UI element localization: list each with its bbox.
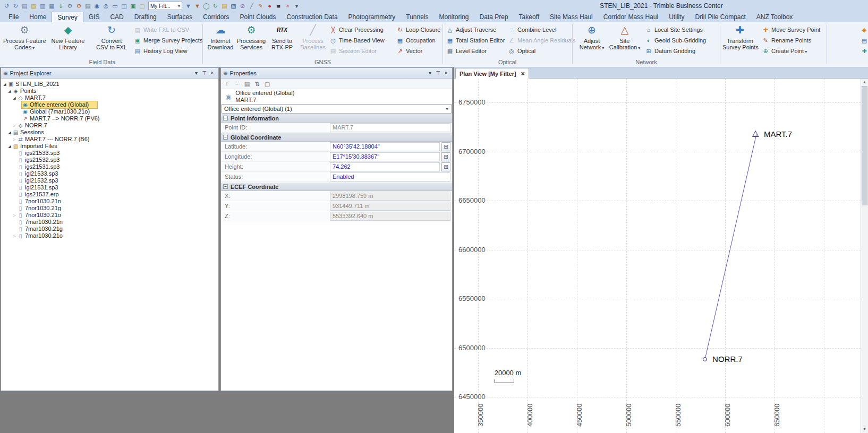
tree-item-mart-7-norr-7-b6[interactable]: ⇄MART.7 --- NORR.7 (B6) xyxy=(1,136,218,143)
clipped-ribbon-icon-1[interactable]: ◆ xyxy=(861,24,868,35)
scroll-down-button[interactable] xyxy=(861,426,868,433)
ribbon-button-vector[interactable]: ↗Vector xyxy=(396,46,440,56)
ribbon-tab-data-prep[interactable]: Data Prep xyxy=(474,12,514,22)
tree-expander-icon[interactable] xyxy=(12,122,17,129)
view-filter-icon[interactable]: ▼ xyxy=(184,2,193,10)
ribbon-tab-drill-pile-compact[interactable]: Drill Pile Compact xyxy=(690,12,751,22)
ribbon-tab-anz-toolbox[interactable]: ANZ Toolbox xyxy=(751,12,798,22)
ribbon-button-send-to-rtx-pp[interactable]: RTXSend toRTX-PP xyxy=(267,23,297,57)
section-header-point-information[interactable]: Point Information xyxy=(221,114,452,123)
tree-expander-icon[interactable] xyxy=(12,212,17,219)
tree-item-7nor1030-21g[interactable]: ▯7nor1030.21g xyxy=(1,205,218,212)
object-selector-dropdown[interactable]: Office entered (Global) (1) xyxy=(222,104,452,114)
ribbon-tab-drafting[interactable]: Drafting xyxy=(129,12,162,22)
ribbon-button-mean-angle-residuals[interactable]: ∠Mean Angle Residuals xyxy=(508,35,569,46)
ribbon-button-transform-survey-points[interactable]: ✚TransformSurvey Points xyxy=(722,23,758,57)
tree-expander-icon[interactable] xyxy=(2,81,7,88)
section-header-global-coordinate[interactable]: Global Coordinate xyxy=(221,133,452,142)
tree-item-global-7mar1030-21o[interactable]: ◉Global (7mar1030.21o) xyxy=(1,108,218,115)
zoom-out-icon[interactable]: ◎ xyxy=(101,2,110,10)
ribbon-tab-home[interactable]: Home xyxy=(24,12,52,22)
auto-hide-pin-button[interactable]: ⊤ xyxy=(200,70,208,76)
close-panel-button[interactable]: × xyxy=(208,70,216,76)
tree-item-igs21531-sp3[interactable]: ▯igs21531.sp3 xyxy=(1,163,218,170)
coordinate-options-button[interactable]: ⊞ xyxy=(441,162,450,171)
tree-item-igs21537-erp[interactable]: ▯igs21537.erp xyxy=(1,191,218,198)
tree-expander-icon[interactable] xyxy=(7,143,12,150)
auto-hide-pin-button[interactable]: ⊤ xyxy=(434,70,442,76)
tree-item-igs21533-sp3[interactable]: ▯igs21533.sp3 xyxy=(1,150,218,157)
tree-item-7nor1030-21n[interactable]: ▯7nor1030.21n xyxy=(1,198,218,205)
ribbon-tab-photogrammetry[interactable]: Photogrammetry xyxy=(343,12,401,22)
plan-canvas[interactable]: 20000 m 67500006700000665000066000006550… xyxy=(454,79,861,433)
ribbon-button-time-based-view[interactable]: ◷Time-Based View xyxy=(329,35,395,46)
flags-icon[interactable]: ▤ xyxy=(220,2,229,10)
ribbon-button-adjust-network[interactable]: ⊕AdjustNetwork xyxy=(576,23,608,57)
tree-expander-icon[interactable] xyxy=(12,94,17,101)
collapse-section-icon[interactable] xyxy=(223,135,228,140)
ribbon-button-site-calibration[interactable]: △SiteCalibration xyxy=(609,23,641,57)
ribbon-button-session-editor[interactable]: ▤Session Editor xyxy=(329,46,395,56)
save-all-icon[interactable]: ▦ xyxy=(47,2,56,10)
collapse-section-icon[interactable] xyxy=(223,184,228,189)
ribbon-button-clear-processing[interactable]: ╳Clear Processing xyxy=(329,24,395,35)
print-icon[interactable]: ▤ xyxy=(83,2,92,10)
scrollbar-thumb[interactable] xyxy=(862,86,867,205)
new-project-icon[interactable]: ▤ xyxy=(20,2,29,10)
ribbon-button-process-feature-codes[interactable]: ⚙Process FeatureCodes xyxy=(3,23,46,57)
ribbon-button-occupation[interactable]: ▦Occupation xyxy=(396,35,440,46)
background-toggle-icon[interactable]: ⊘ xyxy=(238,2,247,10)
tree-item-igs21532-sp3[interactable]: ▯igs21532.sp3 xyxy=(1,157,218,163)
ribbon-tab-utility[interactable]: Utility xyxy=(663,12,690,22)
ribbon-tab-surfaces[interactable]: Surfaces xyxy=(162,12,198,22)
window-position-button[interactable]: ▾ xyxy=(192,70,200,76)
selection-explorer-icon[interactable]: ◯ xyxy=(202,2,211,10)
ribbon-button-combine-level[interactable]: ≡Combine Level xyxy=(508,24,569,35)
more-commands-icon[interactable]: ▾ xyxy=(292,2,301,10)
tree-item-igl21533-sp3[interactable]: ▯igl21533.sp3 xyxy=(1,170,218,177)
record-macro-icon[interactable]: ● xyxy=(265,2,274,10)
tree-item-igl21532-sp3[interactable]: ▯igl21532.sp3 xyxy=(1,177,218,184)
snapshot-icon[interactable]: ▣ xyxy=(129,2,138,10)
tree-item-mart-7-norr-7-pv6[interactable]: ↗MART.7 --> NORR.7 (PV6) xyxy=(1,115,218,122)
ribbon-tab-construction-data[interactable]: Construction Data xyxy=(282,12,343,22)
ribbon-button-internet-download[interactable]: ☁InternetDownload xyxy=(205,23,236,57)
ribbon-tab-takeoff[interactable]: Takeoff xyxy=(514,12,544,22)
scroll-up-button[interactable] xyxy=(861,79,868,86)
tree-item-imported-files[interactable]: ▧Imported Files xyxy=(1,143,218,150)
ribbon-button-geoid-sub-gridding[interactable]: ◐Geoid Sub-Gridding xyxy=(645,35,717,46)
view-filter-combo[interactable]: My Filt... ▾ xyxy=(148,2,182,10)
coordinate-options-button[interactable]: ⊞ xyxy=(441,142,450,151)
section-header-ecef-coordinate[interactable]: ECEF Coordinate xyxy=(221,182,452,191)
undo-icon[interactable]: ↺ xyxy=(2,2,11,10)
ribbon-button-datum-gridding[interactable]: ⊞Datum Gridding xyxy=(645,46,717,56)
ribbon-tab-file[interactable]: File xyxy=(3,12,24,22)
tree-item-sten-lib-2021[interactable]: ▣STEN_LIB_2021 xyxy=(1,81,218,88)
ribbon-tab-tunnels[interactable]: Tunnels xyxy=(401,12,433,22)
open-project-icon[interactable]: ▧ xyxy=(29,2,38,10)
categorized-view-icon[interactable]: ▤ xyxy=(243,80,251,88)
ribbon-button-loop-closure[interactable]: ↻Loop Closure xyxy=(396,24,440,35)
window-layout-icon[interactable]: ◫ xyxy=(120,2,129,10)
property-value-longitude[interactable]: E17°15'30.38367" xyxy=(330,152,440,161)
tree-item-7mar1030-21n[interactable]: ▯7mar1030.21n xyxy=(1,219,218,226)
expand-grid-icon[interactable]: ▢ xyxy=(263,80,271,88)
cancel-icon[interactable]: × xyxy=(283,2,292,10)
tree-item-7mar1030-21g[interactable]: ▯7mar1030.21g xyxy=(1,226,218,232)
project-settings-icon[interactable]: ⚙ xyxy=(65,2,74,10)
note-icon[interactable]: ▢ xyxy=(138,2,147,10)
tree-item-sessions[interactable]: ▤Sessions xyxy=(1,129,218,136)
view-tab-plan-view[interactable]: Plan View [My Filter] xyxy=(455,68,529,79)
layers-icon[interactable]: ▧ xyxy=(229,2,238,10)
pin-categories-icon[interactable]: ⊤ xyxy=(223,80,231,88)
clipped-ribbon-icon-3[interactable]: ✚ xyxy=(861,46,868,56)
tree-item-mart-7[interactable]: ◇MART.7 xyxy=(1,94,218,101)
ribbon-button-create-point[interactable]: ⊕Create Point xyxy=(762,46,824,56)
redo-icon[interactable]: ↻ xyxy=(11,2,20,10)
tree-item-points[interactable]: ◈Points xyxy=(1,88,218,94)
ribbon-button-rename-points[interactable]: ✎Rename Points xyxy=(762,35,824,46)
ribbon-button-processing-services[interactable]: ⚙ProcessingServices xyxy=(236,23,267,57)
property-value-height[interactable]: 74.262 xyxy=(330,162,440,171)
ribbon-button-level-editor[interactable]: ▦Level Editor xyxy=(446,46,506,56)
tree-item-igl21531-sp3[interactable]: ▯igl21531.sp3 xyxy=(1,184,218,191)
